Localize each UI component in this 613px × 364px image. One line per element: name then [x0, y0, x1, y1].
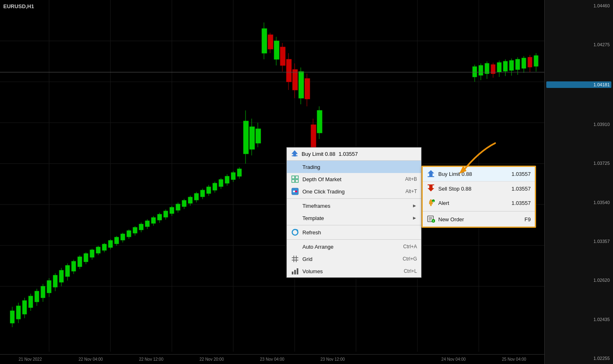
menu-item-auto-arrange[interactable]: Auto Arrange Ctrl+A: [287, 240, 421, 253]
menu-item-grid[interactable]: Grid Ctrl+G: [287, 253, 421, 265]
horizontal-price-line: [0, 72, 544, 72]
time-label-0: 21 Nov 2022: [0, 357, 61, 362]
svg-rect-38: [78, 257, 82, 267]
svg-rect-102: [274, 41, 279, 59]
buy-limit-label: Buy Limit 0.88: [302, 151, 335, 157]
svg-rect-52: [121, 234, 125, 240]
svg-rect-56: [133, 227, 137, 233]
svg-rect-88: [231, 173, 235, 180]
svg-rect-92: [243, 121, 248, 154]
trading-icon: [291, 163, 299, 171]
menu-item-one-click-trading[interactable]: One Click Trading Alt+T: [287, 185, 421, 198]
svg-rect-84: [219, 180, 223, 186]
svg-rect-80: [207, 187, 211, 193]
svg-rect-155: [294, 270, 296, 274]
svg-rect-154: [292, 272, 293, 274]
price-label-0: 1.04460: [546, 3, 611, 8]
current-price-label: 1.04181: [546, 81, 611, 88]
price-label-6: 1.03357: [546, 239, 611, 244]
svg-rect-86: [225, 176, 229, 183]
time-axis: 21 Nov 2022 22 Nov 04:00 22 Nov 12:00 22…: [0, 354, 544, 364]
refresh-icon: [291, 228, 299, 236]
depth-of-market-icon: [291, 175, 299, 183]
separator-1: [287, 198, 421, 199]
svg-rect-145: [295, 180, 298, 182]
svg-rect-130: [509, 61, 514, 70]
svg-rect-30: [53, 275, 57, 287]
svg-rect-138: [534, 56, 538, 66]
svg-rect-142: [292, 176, 295, 179]
submenu-item-alert[interactable]: + Alert 1.03557: [423, 196, 535, 210]
menu-item-template[interactable]: Template ►: [287, 212, 421, 224]
svg-marker-173: [459, 166, 467, 174]
svg-rect-100: [268, 35, 273, 49]
menu-item-timeframes[interactable]: Timeframes ►: [287, 200, 421, 212]
svg-rect-64: [158, 214, 162, 220]
template-icon: [291, 214, 299, 222]
svg-rect-18: [16, 306, 20, 319]
svg-rect-96: [256, 129, 261, 143]
separator-3: [287, 239, 421, 240]
svg-rect-120: [479, 65, 483, 75]
svg-text:+: +: [433, 200, 434, 202]
svg-rect-36: [72, 261, 76, 271]
svg-rect-46: [102, 244, 106, 250]
svg-rect-106: [286, 59, 291, 82]
volumes-shortcut: Ctrl+L: [404, 268, 417, 274]
svg-rect-90: [237, 169, 241, 176]
svg-text:+: +: [433, 219, 435, 223]
auto-arrange-icon: [291, 243, 299, 251]
svg-rect-94: [250, 127, 255, 149]
separator-2: [287, 225, 421, 225]
svg-rect-34: [65, 265, 70, 276]
svg-rect-22: [29, 296, 33, 308]
submenu-buy-limit-value: 1.03557: [512, 171, 531, 177]
svg-rect-74: [188, 197, 192, 203]
price-label-7: 1.02620: [546, 278, 611, 283]
trading-label: Trading: [302, 164, 417, 170]
svg-rect-98: [262, 29, 267, 53]
depth-of-market-shortcut: Alt+B: [405, 176, 417, 182]
svg-rect-44: [96, 247, 100, 253]
price-axis: 1.04460 1.04275 1.04181 1.03910 1.03725 …: [544, 0, 613, 364]
auto-arrange-label: Auto Arrange: [302, 244, 400, 250]
menu-item-volumes[interactable]: Volumes Ctrl+L: [287, 265, 421, 277]
svg-rect-128: [503, 61, 507, 71]
time-label-8: 25 Nov 04:00: [484, 357, 544, 362]
svg-rect-78: [201, 190, 205, 197]
svg-rect-50: [115, 237, 119, 244]
submenu-alert-label: Alert: [438, 200, 508, 206]
svg-rect-60: [145, 221, 149, 227]
svg-rect-108: [293, 70, 297, 90]
svg-rect-20: [23, 301, 27, 314]
one-click-trading-icon: [291, 187, 299, 195]
svg-rect-141: [292, 155, 297, 156]
one-click-trading-shortcut: Alt+T: [406, 189, 417, 194]
svg-rect-32: [59, 270, 63, 282]
volumes-label: Volumes: [302, 268, 401, 274]
menu-item-trading[interactable]: Trading: [287, 161, 421, 173]
menu-item-refresh[interactable]: Refresh: [287, 226, 421, 238]
svg-rect-76: [194, 193, 198, 200]
depth-of-market-label: Depth Of Market: [302, 176, 402, 182]
buy-limit-value: 1.03557: [338, 151, 358, 157]
arrow-annotation: [430, 135, 503, 190]
menu-item-depth-of-market[interactable]: Depth Of Market Alt+B: [287, 173, 421, 185]
svg-point-164: [430, 204, 432, 206]
svg-rect-156: [297, 268, 298, 274]
context-menu-buy-limit-row[interactable]: Buy Limit 0.88 1.03557: [287, 148, 421, 161]
svg-rect-28: [47, 281, 51, 293]
time-label-3: 22 Nov 20:00: [181, 357, 242, 362]
grid-label: Grid: [302, 256, 399, 262]
submenu-alert-value: 1.03557: [512, 200, 531, 206]
timeframes-icon: [291, 202, 299, 210]
submenu-item-new-order[interactable]: + New Order F9: [423, 212, 535, 227]
time-label-5: 23 Nov 12:00: [302, 357, 363, 362]
svg-rect-68: [170, 207, 174, 213]
svg-rect-82: [213, 183, 217, 190]
volumes-icon: [291, 267, 299, 275]
svg-rect-72: [182, 200, 186, 207]
timeframes-arrow: ►: [412, 203, 417, 209]
time-label-2: 22 Nov 12:00: [121, 357, 182, 362]
svg-rect-147: [293, 191, 295, 192]
